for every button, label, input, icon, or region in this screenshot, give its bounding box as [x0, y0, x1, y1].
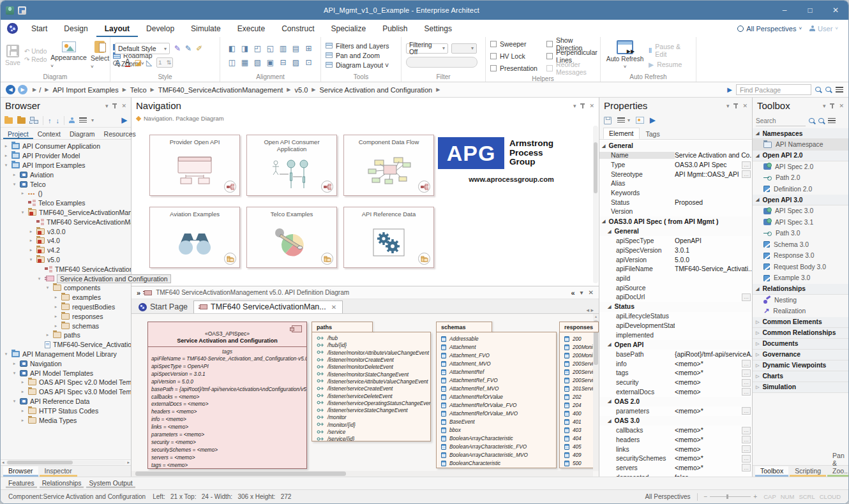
tree-expander-icon[interactable]: ▾ — [11, 182, 17, 187]
property-row[interactable]: apiDocUrl… — [599, 292, 752, 302]
property-group[interactable]: ◢OAS3.0 API Spec ( from API Mgmt ) — [599, 216, 752, 226]
find-search-icon[interactable] — [815, 87, 822, 93]
tree-item[interactable]: ▸OAS API Spec v3.0 Model Templa — [1, 387, 131, 397]
align-icon-5[interactable]: ▥ — [277, 41, 290, 56]
property-ellipsis-button[interactable]: … — [742, 293, 751, 301]
property-row[interactable]: apiSource — [599, 283, 752, 293]
line-color-button[interactable]: ◺ — [146, 59, 152, 66]
maximize-button[interactable]: □ — [797, 1, 823, 20]
package-member[interactable]: /listener/monitorAttributeValueChangeEve… — [312, 350, 430, 357]
align-icon-6[interactable]: ▤ — [290, 41, 303, 56]
ribbon-tab-settings[interactable]: Settings — [416, 20, 460, 37]
ribbon-tab-develop[interactable]: Develop — [138, 20, 183, 37]
align-icon-1[interactable]: ◧ — [226, 41, 239, 56]
fill-color-button[interactable]: ◪ — [135, 59, 142, 66]
property-group[interactable]: ◢Status — [599, 302, 752, 312]
select-button[interactable]: Select ˅ — [91, 41, 109, 70]
align-icon-3[interactable]: ◰ — [252, 41, 264, 56]
format-painter-icon[interactable]: ✎ — [185, 45, 192, 52]
align-icon-9[interactable]: ▦ — [239, 56, 252, 70]
tree-expander-icon[interactable]: ▸ — [20, 408, 26, 413]
browser-tab-context[interactable]: Context — [33, 129, 65, 139]
toolbox-item-path-2-0[interactable]: Path 2.0 — [753, 172, 848, 184]
nav-card-telco[interactable]: Telco Examples — [246, 207, 337, 268]
toolbox-close-icon[interactable]: ✕ — [839, 103, 844, 109]
tree-item[interactable]: ▾API Management Model Library — [1, 350, 131, 359]
properties-tab-element[interactable]: Element — [603, 128, 640, 139]
property-row[interactable]: apiId — [599, 274, 752, 283]
toolbox-item-api-spec-3-0[interactable]: API Spec 3.0 — [753, 205, 848, 217]
package-member[interactable]: /monitor — [312, 414, 430, 421]
toolbox-menu-hamburger-icon[interactable] — [828, 118, 836, 124]
package-member[interactable]: /monitor/{id} — [312, 422, 430, 429]
undo-button[interactable]: ↶Undo — [24, 48, 47, 55]
property-row[interactable]: security<memo>… — [599, 378, 752, 387]
section-expander-icon[interactable]: ▷ — [756, 385, 759, 390]
breadcrumb-item[interactable]: API Import Examples — [52, 86, 118, 94]
group-expander-icon[interactable]: ◢ — [608, 419, 611, 424]
tree-item[interactable]: ▾API Import Examples — [1, 161, 131, 170]
navigation-close-icon[interactable]: ✕ — [589, 103, 594, 109]
property-row[interactable]: basePath{apiRoot}/tmf-api/serviceA... — [599, 350, 752, 359]
package-member[interactable]: /listener/monitorCreateEvent — [312, 357, 430, 364]
package-member[interactable]: bbox — [437, 426, 556, 434]
toolbox-section-dynamic-viewpoints[interactable]: ▷Dynamic Viewpoints — [753, 360, 848, 371]
tree-item[interactable]: ▸API Consumer Application — [1, 142, 131, 151]
property-row[interactable]: apiVersion5.0.0 — [599, 255, 752, 265]
property-group[interactable]: ◢General — [599, 141, 752, 151]
tree-item[interactable]: ▾API Reference Data — [1, 397, 131, 406]
tab-scroll-arrows[interactable]: ◂ ▸ — [586, 307, 597, 313]
new-package-icon[interactable] — [4, 117, 13, 124]
property-row[interactable]: callbacks<memo>*… — [599, 426, 752, 435]
dock-tab-scripting[interactable]: Scripting — [790, 466, 826, 477]
toolbox-item-realization[interactable]: ↗Realization — [753, 306, 848, 317]
tree-expander-icon[interactable]: ▾ — [3, 352, 9, 357]
nav-card-consumer-app[interactable]: Open API Consumer Application — [246, 135, 337, 196]
tree-item[interactable]: ▸OAS API Spec v2.0 Model Templa — [1, 378, 131, 387]
diagram-hscrollbar[interactable] — [131, 471, 593, 477]
group-expander-icon[interactable]: ◢ — [608, 229, 611, 234]
ribbon-tab-layout[interactable]: Layout — [96, 20, 138, 37]
browser-hamburger-icon[interactable] — [79, 117, 87, 123]
ribbon-tab-specialize[interactable]: Specialize — [322, 20, 374, 37]
align-icon-4[interactable]: ◱ — [264, 41, 277, 56]
package-member[interactable]: /hub/{id} — [312, 342, 430, 349]
property-group[interactable]: ◢General — [599, 226, 752, 237]
new-folder-icon[interactable] — [17, 117, 26, 124]
property-row[interactable]: securitySchemes<memo>*… — [599, 454, 752, 463]
properties-save-icon[interactable] — [604, 117, 612, 124]
tree-item[interactable]: ▸Media Types — [1, 415, 131, 425]
property-row[interactable]: apiSpecTypeOpenAPI — [599, 236, 752, 246]
dock-tab-toolbox[interactable]: Toolbox — [755, 466, 788, 477]
toolbox-item-example-3-0[interactable]: Example 3.0 — [753, 272, 848, 284]
user-menu[interactable]: User˅ — [809, 25, 838, 33]
package-member[interactable]: /listener/serviceStateChangeEvent — [312, 407, 430, 414]
property-ellipsis-button[interactable]: … — [742, 445, 751, 453]
property-row[interactable]: apiFileNameTMF640-Service_Activati... — [599, 264, 752, 274]
perspectives-menu[interactable]: All Perspectives˅ — [737, 25, 802, 33]
tools-item-pan-and-zoom[interactable]: Pan and Zoom — [326, 52, 389, 59]
package-member[interactable]: BooleanArrayCharacteristic_MVO — [437, 451, 556, 459]
filter-value-combo[interactable]: ▾ — [451, 43, 477, 54]
tree-item[interactable]: TMF640-Service_Activatio — [1, 340, 131, 350]
redo-button[interactable]: ↷Redo — [24, 56, 47, 63]
breadcrumb-expand-icon[interactable]: ▶ — [727, 86, 732, 93]
tree-item[interactable]: ▸paths — [1, 330, 131, 340]
browser-hscrollbar[interactable]: ◂▸ — [1, 459, 131, 465]
navigation-menu-icon[interactable]: ▾ — [573, 103, 576, 109]
dock-tab-browser[interactable]: Browser — [3, 466, 38, 477]
close-button[interactable]: ✕ — [823, 1, 848, 20]
nav-card-provider-api[interactable]: Provider Open API — [149, 135, 240, 196]
tree-item[interactable]: ▸Navigation — [1, 359, 131, 368]
tree-item[interactable]: ▾v5.0 — [1, 255, 131, 265]
checkbox-hv-lock[interactable]: HV Lock — [490, 51, 537, 61]
package-member[interactable]: Attachment_MVO — [437, 360, 556, 368]
tree-expander-icon[interactable]: ▾ — [45, 285, 50, 290]
status-perspectives[interactable]: All Perspectives — [645, 493, 690, 500]
move-up-icon[interactable]: ↑ — [48, 117, 52, 124]
package-member[interactable]: BooleanCharacteristic — [437, 459, 556, 468]
property-ellipsis-button[interactable]: … — [742, 464, 751, 471]
section-expander-icon[interactable]: ▷ — [756, 352, 759, 357]
browser-tab-diagram[interactable]: Diagram — [65, 129, 100, 139]
tree-expander-icon[interactable]: ▸ — [53, 323, 59, 329]
